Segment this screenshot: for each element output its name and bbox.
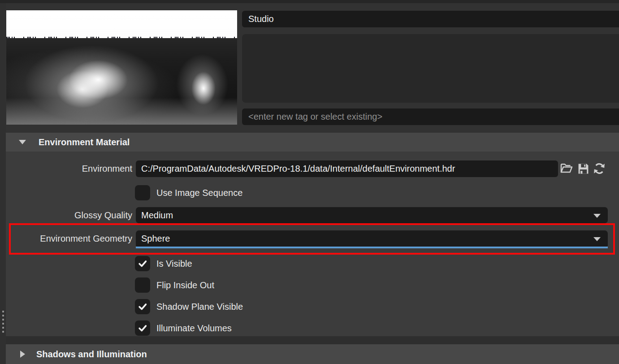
glossy-quality-value: Medium — [141, 210, 173, 221]
shadow-plane-visible-label: Shadow Plane Visible — [156, 299, 243, 314]
panel-left-splitter[interactable] — [0, 3, 6, 364]
open-folder-button[interactable] — [560, 163, 573, 175]
environment-label: Environment — [9, 160, 132, 177]
environment-path-input[interactable]: C:/ProgramData/Autodesk/VREDPro-18.1/dat… — [136, 160, 558, 177]
vred-material-editor-panel: { "panel": { "name_field_value": "Studio… — [0, 0, 619, 364]
material-name-field[interactable] — [242, 11, 619, 27]
tags-list-box[interactable] — [242, 34, 619, 103]
chevron-collapsed-icon — [20, 351, 25, 358]
use-image-sequence-checkbox[interactable] — [135, 185, 150, 200]
checkmark-icon — [138, 323, 147, 333]
folder-open-icon — [560, 163, 573, 174]
section-separator — [6, 336, 619, 344]
save-button[interactable] — [577, 163, 589, 175]
chevron-expanded-icon — [19, 140, 26, 144]
is-visible-label: Is Visible — [156, 256, 192, 271]
refresh-icon — [593, 162, 606, 175]
section-title: Environment Material — [39, 137, 130, 147]
checkmark-icon — [138, 259, 147, 269]
window-top-edge — [0, 0, 619, 3]
dropdown-focus-underline — [136, 247, 608, 248]
chevron-down-icon — [593, 237, 601, 241]
section-title: Shadows and Illumination — [36, 349, 147, 360]
shadow-plane-visible-checkbox[interactable] — [135, 299, 150, 314]
tag-entry-field[interactable] — [242, 108, 619, 125]
is-visible-checkbox[interactable] — [135, 256, 150, 271]
illuminate-volumes-checkbox[interactable] — [135, 321, 150, 336]
section-header-shadows-illumination[interactable]: Shadows and Illumination — [6, 344, 619, 364]
splitter-drag-handle-icon[interactable] — [2, 311, 4, 335]
section-header-environment-material[interactable]: Environment Material — [6, 133, 619, 152]
environment-preview-image — [6, 10, 237, 125]
tag-entry-input[interactable] — [242, 108, 619, 125]
glossy-quality-label: Glossy Quality — [9, 207, 132, 223]
chevron-down-icon — [593, 214, 601, 218]
environment-geometry-label: Environment Geometry — [9, 230, 132, 247]
material-name-input[interactable] — [242, 11, 619, 27]
glossy-quality-dropdown[interactable]: Medium — [136, 207, 608, 223]
flip-inside-out-label: Flip Inside Out — [156, 277, 214, 293]
use-image-sequence-label: Use Image Sequence — [156, 185, 242, 200]
flip-inside-out-checkbox[interactable] — [135, 277, 150, 293]
environment-geometry-dropdown[interactable]: Sphere — [136, 230, 608, 247]
refresh-button[interactable] — [593, 162, 606, 175]
environment-geometry-value: Sphere — [141, 234, 170, 244]
illuminate-volumes-label: Illuminate Volumes — [156, 321, 232, 336]
checkmark-icon — [138, 302, 147, 312]
save-icon — [577, 163, 589, 175]
